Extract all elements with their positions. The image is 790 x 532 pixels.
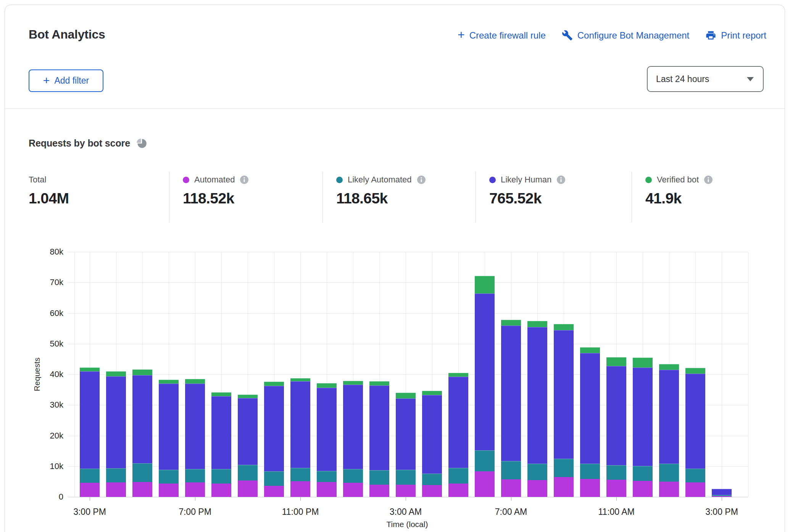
legend-dot-likely-automated xyxy=(336,177,343,183)
stat-value: 765.52k xyxy=(489,190,632,207)
stat-automated: Automated 118.52k xyxy=(169,172,322,222)
header-actions: + Create firewall rule Configure Bot Man… xyxy=(458,30,766,41)
printer-icon xyxy=(705,30,716,41)
wrench-icon xyxy=(562,30,573,41)
stat-likely-automated: Likely Automated 118.65k xyxy=(322,172,476,222)
section-title-row: Requests by bot score xyxy=(29,138,147,149)
create-firewall-rule-link[interactable]: + Create firewall rule xyxy=(458,30,546,41)
pie-chart-icon xyxy=(136,138,147,149)
add-filter-button[interactable]: + Add filter xyxy=(29,69,103,92)
stat-label: Verified bot xyxy=(657,175,699,185)
time-range-value: Last 24 hours xyxy=(656,74,746,84)
bot-analytics-page: Bot Analytics + Create firewall rule Con… xyxy=(0,0,790,532)
print-report-link[interactable]: Print report xyxy=(705,30,766,41)
create-firewall-rule-label: Create firewall rule xyxy=(469,30,546,41)
configure-bot-management-link[interactable]: Configure Bot Management xyxy=(562,30,690,41)
info-icon[interactable] xyxy=(240,175,249,184)
configure-bot-management-label: Configure Bot Management xyxy=(577,30,690,41)
plus-icon: + xyxy=(43,76,50,85)
info-icon[interactable] xyxy=(704,175,713,184)
stats-row: Total 1.04M Automated 118.52k Likely Aut… xyxy=(29,172,765,222)
header-divider xyxy=(5,108,785,109)
chevron-down-icon xyxy=(746,77,755,82)
stat-label: Automated xyxy=(194,175,235,185)
stat-total: Total 1.04M xyxy=(29,172,169,222)
stat-value: 118.65k xyxy=(336,190,476,207)
legend-dot-verified-bot xyxy=(645,177,652,183)
stat-label: Likely Automated xyxy=(348,175,412,185)
stat-likely-human: Likely Human 765.52k xyxy=(476,172,632,222)
legend-dot-likely-human xyxy=(489,177,496,183)
legend-dot-automated xyxy=(183,177,189,183)
stat-label: Total xyxy=(29,175,46,185)
time-range-select[interactable]: Last 24 hours xyxy=(647,66,764,92)
section-title: Requests by bot score xyxy=(29,138,130,149)
stat-verified-bot: Verified bot 41.9k xyxy=(632,172,765,222)
stat-value: 41.9k xyxy=(645,190,765,207)
add-filter-label: Add filter xyxy=(54,76,89,86)
page-title: Bot Analytics xyxy=(29,27,105,42)
print-report-label: Print report xyxy=(721,30,766,41)
info-icon[interactable] xyxy=(417,175,426,184)
stat-label: Likely Human xyxy=(501,175,551,185)
plus-icon: + xyxy=(458,30,465,39)
stat-value: 118.52k xyxy=(183,190,322,207)
info-icon[interactable] xyxy=(556,175,566,184)
stat-value: 1.04M xyxy=(29,190,169,207)
